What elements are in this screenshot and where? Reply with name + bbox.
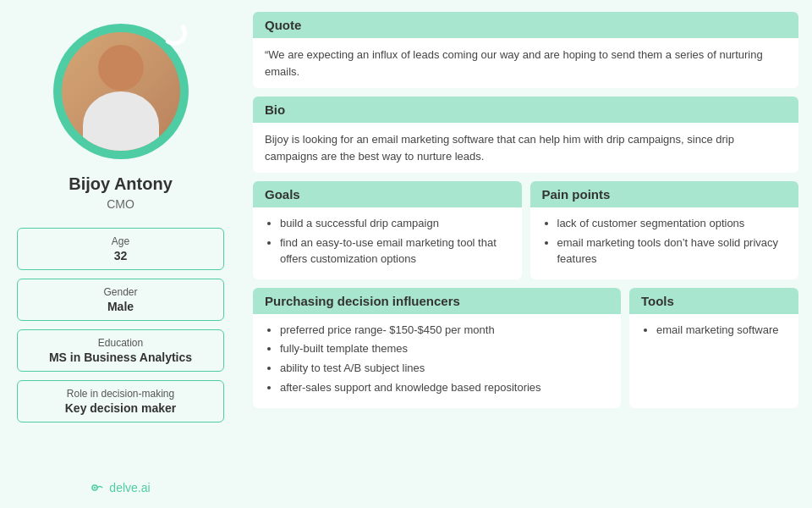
purchase-tools-row: Purchasing decision influencers preferre… (253, 288, 798, 408)
goals-pain-row: Goals build a successful drip campaign f… (253, 181, 798, 279)
role-decision-box: Role in decision-making Key decision mak… (17, 380, 224, 422)
age-label: Age (28, 235, 213, 247)
purchase-list: preferred price range- $150-$450 per mon… (265, 323, 609, 396)
role-decision-value: Key decision maker (28, 401, 213, 415)
age-value: 32 (28, 249, 213, 262)
bio-header: Bio (253, 97, 798, 123)
avatar-accent (162, 20, 187, 46)
right-panel: Quote “We are expecting an influx of lea… (241, 0, 812, 508)
persona-name: Bijoy Antony (69, 174, 173, 194)
purchase-body: preferred price range- $150-$450 per mon… (253, 314, 621, 408)
list-item: preferred price range- $150-$450 per mon… (280, 323, 609, 339)
list-item: find an easy-to-use email marketing tool… (280, 235, 510, 268)
purchase-header: Purchasing decision influencers (253, 288, 621, 314)
goals-list: build a successful drip campaign find an… (265, 216, 510, 268)
list-item: fully-built template themes (280, 341, 609, 357)
logo-text: delve.ai (109, 481, 150, 494)
quote-card: Quote “We are expecting an influx of lea… (253, 12, 798, 88)
quote-body: “We are expecting an influx of leads com… (253, 38, 798, 88)
pain-list: lack of customer segmentation options em… (542, 216, 787, 268)
education-box: Education MS in Business Analytics (17, 329, 224, 372)
education-value: MS in Business Analytics (28, 351, 213, 364)
avatar-photo (62, 32, 180, 151)
tools-body: email marketing software (629, 314, 798, 351)
list-item: email marketing software (656, 323, 787, 339)
role-decision-label: Role in decision-making (28, 388, 213, 400)
tools-header: Tools (629, 288, 798, 314)
list-item: after-sales support and knowledge based … (280, 380, 609, 396)
gender-value: Male (28, 300, 213, 313)
goals-card: Goals build a successful drip campaign f… (253, 181, 522, 279)
age-box: Age 32 (17, 228, 224, 270)
avatar-wrapper (53, 24, 189, 159)
goals-header: Goals (253, 181, 522, 207)
education-label: Education (28, 337, 213, 349)
goals-body: build a successful drip campaign find an… (253, 207, 522, 279)
purchase-card: Purchasing decision influencers preferre… (253, 288, 621, 408)
pain-body: lack of customer segmentation options em… (530, 207, 799, 279)
list-item: email marketing tools don’t have solid p… (557, 235, 787, 268)
bio-card: Bio Bijoy is looking for an email market… (253, 97, 798, 173)
logo-icon (91, 481, 104, 494)
list-item: lack of customer segmentation options (557, 216, 787, 232)
tools-list: email marketing software (641, 323, 787, 339)
left-panel: Bijoy Antony CMO Age 32 Gender Male Educ… (0, 0, 241, 508)
bio-body: Bijoy is looking for an email marketing … (253, 123, 798, 173)
list-item: build a successful drip campaign (280, 216, 510, 232)
quote-header: Quote (253, 12, 798, 38)
gender-label: Gender (28, 286, 213, 298)
list-item: ability to test A/B subject lines (280, 361, 609, 377)
pain-card: Pain points lack of customer segmentatio… (530, 181, 799, 279)
logo: delve.ai (91, 481, 150, 494)
gender-box: Gender Male (17, 279, 224, 321)
persona-role: CMO (107, 197, 134, 211)
svg-point-1 (94, 487, 96, 489)
tools-card: Tools email marketing software (629, 288, 798, 408)
pain-header: Pain points (530, 181, 799, 207)
